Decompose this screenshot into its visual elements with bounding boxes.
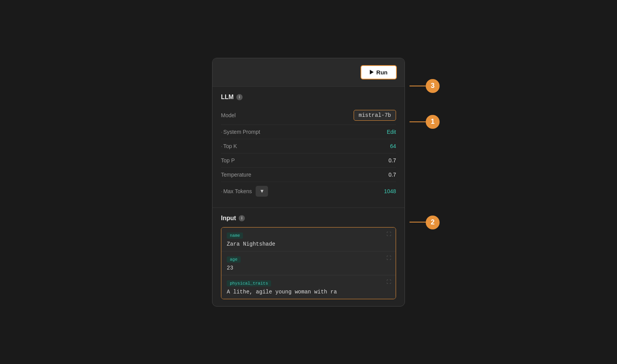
age-field[interactable]: age 23 ⛶ xyxy=(221,251,396,275)
top-k-value[interactable]: 64 xyxy=(390,143,396,149)
system-prompt-row: System Prompt Edit xyxy=(221,125,396,139)
name-tag: name xyxy=(227,233,243,239)
annotation-3-label: 3 xyxy=(431,82,435,90)
name-content: Zara Nightshade xyxy=(227,241,390,247)
top-p-row: Top P 0.7 xyxy=(221,153,396,168)
max-tokens-row: Max Tokens ▼ 1048 xyxy=(221,182,396,201)
expand-icon-name[interactable]: ⛶ xyxy=(386,231,391,237)
top-p-value[interactable]: 0.7 xyxy=(389,157,396,163)
name-field[interactable]: name Zara Nightshade ⛶ xyxy=(221,228,396,251)
top-p-label: Top P xyxy=(221,157,235,163)
physical-traits-content: A lithe, agile young woman with ra xyxy=(227,289,390,295)
max-tokens-chevron[interactable]: ▼ xyxy=(256,186,268,197)
annotation-1-label: 1 xyxy=(431,118,435,126)
age-tag: age xyxy=(227,256,241,263)
age-content: 23 xyxy=(227,265,390,271)
physical-traits-tag: physical_traits xyxy=(227,280,271,286)
top-k-row: Top K 64 xyxy=(221,139,396,153)
expand-icon-traits[interactable]: ⛶ xyxy=(386,279,391,285)
llm-section-header: LLM i xyxy=(221,94,396,101)
input-section-header: Input i xyxy=(221,215,396,222)
run-label: Run xyxy=(376,69,388,76)
top-bar: Run xyxy=(212,58,405,87)
max-tokens-value[interactable]: 1048 xyxy=(384,188,396,194)
temperature-row: Temperature 0.7 xyxy=(221,168,396,182)
annotation-2-label: 2 xyxy=(431,218,435,226)
llm-section: LLM i Model mistral-7b System Prompt Edi… xyxy=(212,87,405,208)
llm-title: LLM xyxy=(221,94,234,101)
llm-info-icon[interactable]: i xyxy=(236,94,243,100)
main-container: Run LLM i Model mistral-7b System Prompt… xyxy=(212,58,405,307)
system-prompt-label: System Prompt xyxy=(221,129,260,135)
max-tokens-label: Max Tokens xyxy=(221,188,252,194)
play-icon xyxy=(370,70,374,74)
input-box: name Zara Nightshade ⛶ age 23 ⛶ physical… xyxy=(221,227,396,299)
input-section: Input i name Zara Nightshade ⛶ age 23 ⛶ xyxy=(212,208,405,306)
physical-traits-field[interactable]: physical_traits A lithe, agile young wom… xyxy=(221,275,396,299)
annotation-3: 3 xyxy=(426,79,440,93)
input-title: Input xyxy=(221,215,236,222)
system-prompt-edit[interactable]: Edit xyxy=(387,129,396,135)
expand-icon-age[interactable]: ⛶ xyxy=(386,255,391,261)
annotation-1: 1 xyxy=(426,115,440,129)
input-info-icon[interactable]: i xyxy=(239,215,245,221)
max-tokens-left: Max Tokens ▼ xyxy=(221,186,268,197)
top-k-label: Top K xyxy=(221,143,237,149)
temperature-value[interactable]: 0.7 xyxy=(389,172,396,178)
temperature-label: Temperature xyxy=(221,172,251,178)
model-label: Model xyxy=(221,112,236,118)
panel: Run LLM i Model mistral-7b System Prompt… xyxy=(212,58,405,307)
chevron-down-icon: ▼ xyxy=(260,188,265,194)
annotation-2: 2 xyxy=(426,216,440,229)
model-row: Model mistral-7b xyxy=(221,106,396,125)
run-button[interactable]: Run xyxy=(361,65,397,79)
model-value[interactable]: mistral-7b xyxy=(354,110,396,121)
